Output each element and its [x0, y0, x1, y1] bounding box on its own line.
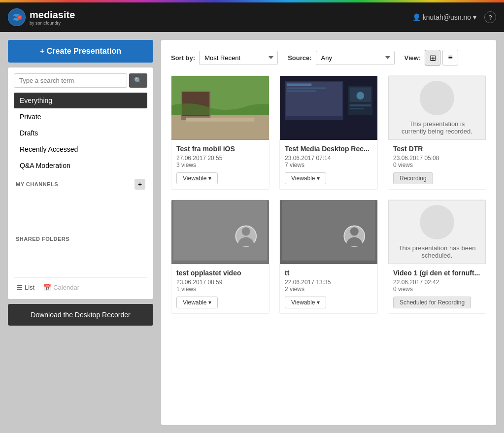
list-view-icon-button[interactable]: ≡ [442, 50, 458, 66]
presentations-grid: Test fra mobil iOS 27.06.2017 20:55 3 vi… [171, 75, 486, 314]
svg-rect-10 [286, 82, 342, 116]
app-header: mediasite by sonicfoundry 👤 knutah@usn.n… [0, 2, 504, 32]
logo-sub: by sonicfoundry [30, 21, 75, 26]
view-group: View: ⊞ ≡ [404, 50, 459, 66]
presentation-card: test opplastet video 23.06.2017 08:59 1 … [171, 200, 269, 314]
source-select[interactable]: Any Upload Desktop Recorder [316, 51, 395, 65]
thumbnail-scheduled-placeholder: This presentation has been scheduled. [388, 200, 486, 264]
card-info: Video 1 (gi den et fornuft... 22.06.2017… [388, 264, 486, 313]
card-info: Test fra mobil iOS 27.06.2017 20:55 3 vi… [171, 140, 269, 189]
card-info: Test Media Desktop Rec... 23.06.2017 07:… [280, 140, 377, 189]
list-view-button[interactable]: ☰ List [14, 282, 37, 293]
presentation-title: Test Media Desktop Rec... [285, 145, 372, 153]
viewable-button[interactable]: Viewable ▾ [285, 172, 326, 184]
presentation-meta: 27.06.2017 20:55 3 views [176, 155, 264, 168]
viewable-button[interactable]: Viewable ▾ [285, 297, 326, 308]
svg-rect-11 [287, 84, 312, 86]
create-presentation-button[interactable]: + Create Presentation [8, 40, 153, 63]
sidebar-item-recently-accessed[interactable]: Recently Accessed [14, 141, 147, 157]
sidebar-item-label: Private [20, 113, 41, 121]
header-right: 👤 knutah@usn.no ▾ ? [412, 11, 496, 23]
presentation-title: Test DTR [393, 145, 481, 153]
user-name: knutah@usn.no [423, 13, 471, 21]
download-desktop-recorder-button[interactable]: Download the Desktop Recorder [8, 304, 153, 326]
main-layout: + Create Presentation 🔍 Everything Priva… [0, 32, 504, 433]
my-channels-label: MY CHANNELS [16, 181, 58, 187]
sidebar-item-label: Q&A Moderation [20, 162, 70, 169]
svg-rect-13 [287, 90, 316, 92]
source-label: Source: [288, 54, 311, 62]
viewable-button[interactable]: Viewable ▾ [176, 297, 218, 308]
presentation-meta: 22.06.2017 13:35 2 views [285, 279, 372, 293]
search-input[interactable] [14, 73, 127, 88]
sidebar-item-label: Drafts [20, 129, 38, 137]
search-button[interactable]: 🔍 [129, 73, 147, 88]
svg-rect-12 [287, 87, 326, 89]
sidebar-item-private[interactable]: Private [14, 109, 147, 125]
sidebar-item-drafts[interactable]: Drafts [14, 125, 147, 141]
calendar-view-button[interactable]: 📅 Calendar [40, 282, 82, 293]
sidebar-item-everything[interactable]: Everything [14, 93, 147, 108]
scheduled-placeholder: This presentation has been scheduled. [388, 200, 486, 264]
shared-folders-header: SHARED FOLDERS [14, 231, 147, 244]
sort-by-group: Sort by: Most Recent Title Date Created [171, 51, 278, 65]
svg-rect-18 [350, 108, 365, 109]
svg-point-21 [242, 227, 250, 235]
source-group: Source: Any Upload Desktop Recorder [288, 51, 394, 65]
shared-folders-area [14, 244, 147, 273]
dropdown-arrow-icon: ▾ [317, 175, 320, 182]
sort-by-label: Sort by: [171, 54, 195, 62]
svg-point-24 [350, 227, 359, 235]
sidebar-item-label: Everything [20, 97, 52, 104]
list-icon: ☰ [17, 284, 23, 291]
sidebar-item-qa-moderation[interactable]: Q&A Moderation [14, 158, 147, 173]
thumbnail-person-dark [280, 200, 377, 264]
user-menu[interactable]: 👤 knutah@usn.no ▾ [412, 13, 476, 21]
dropdown-arrow-icon: ▾ [208, 299, 211, 306]
presentation-meta: 22.06.2017 02:42 0 views [393, 279, 481, 293]
thumbnail-person [171, 200, 269, 264]
filter-row: Sort by: Most Recent Title Date Created … [171, 50, 486, 66]
grid-view-button[interactable]: ⊞ [425, 50, 440, 66]
help-button[interactable]: ? [484, 11, 496, 23]
presentation-title: test opplastet video [176, 269, 264, 277]
svg-rect-7 [186, 118, 255, 122]
channels-area [14, 192, 147, 231]
add-channel-button[interactable]: + [134, 179, 145, 190]
presentation-title: Test fra mobil iOS [176, 145, 264, 153]
search-row: 🔍 [14, 73, 147, 88]
dropdown-arrow-icon: ▾ [317, 299, 320, 306]
presentation-card: Test fra mobil iOS 27.06.2017 20:55 3 vi… [171, 75, 269, 190]
view-label: View: [404, 54, 421, 62]
sort-by-select[interactable]: Most Recent Title Date Created [199, 51, 278, 65]
sidebar-item-label: Recently Accessed [20, 145, 78, 153]
presentation-card: tt 22.06.2017 13:35 2 views Viewable ▾ [279, 200, 378, 314]
svg-rect-17 [350, 104, 371, 106]
thumbnail-recording-placeholder: This presentation is currently being rec… [388, 76, 486, 140]
viewable-button[interactable]: Viewable ▾ [176, 172, 218, 184]
main-content: Sort by: Most Recent Title Date Created … [161, 40, 496, 425]
view-toggle: ☰ List 📅 Calendar [14, 277, 147, 293]
thumbnail-outdoor [171, 76, 269, 140]
presentation-card: This presentation is currently being rec… [388, 75, 486, 190]
svg-point-16 [356, 92, 364, 100]
presentation-meta: 23.06.2017 05:08 0 views [393, 155, 481, 168]
recording-button: Recording [393, 172, 433, 184]
shared-folders-label: SHARED FOLDERS [16, 236, 69, 242]
user-icon: 👤 [412, 13, 421, 21]
grid-icon: ⊞ [430, 53, 436, 63]
view-icons: ⊞ ≡ [425, 50, 458, 66]
card-info: Test DTR 23.06.2017 05:08 0 views Record… [388, 140, 486, 189]
card-info: test opplastet video 23.06.2017 08:59 1 … [171, 264, 269, 313]
my-channels-header: MY CHANNELS + [14, 174, 147, 192]
logo-icon [8, 8, 26, 26]
svg-point-2 [18, 16, 21, 19]
presentation-card: This presentation has been scheduled. Vi… [388, 200, 486, 314]
presentation-meta: 23.06.2017 08:59 1 views [176, 279, 264, 293]
recording-placeholder: This presentation is currently being rec… [388, 76, 486, 140]
thumbnail-screen [280, 76, 377, 140]
presentation-card: Test Media Desktop Rec... 23.06.2017 07:… [279, 75, 378, 190]
presentation-title: Video 1 (gi den et fornuft... [393, 269, 481, 277]
scheduled-button: Scheduled for Recording [393, 297, 471, 308]
search-icon: 🔍 [134, 77, 142, 84]
